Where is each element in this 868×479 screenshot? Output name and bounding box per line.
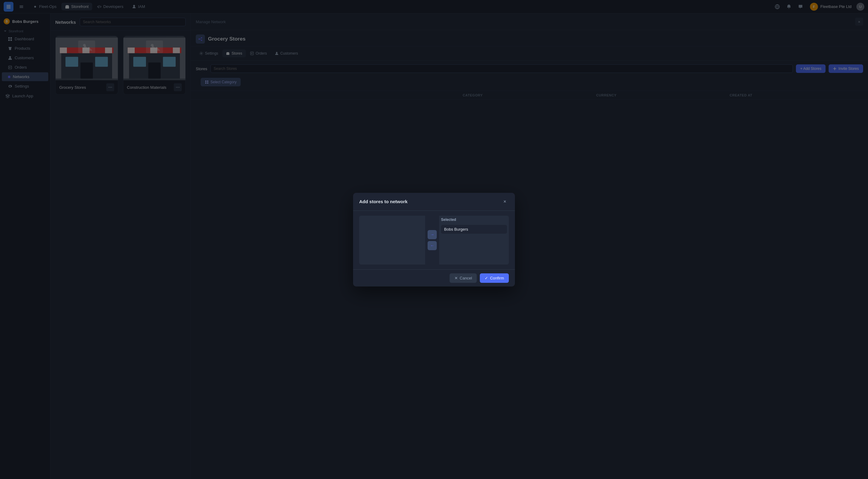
confirm-button[interactable]: ✓ Confirm <box>480 273 509 283</box>
modal-close-button[interactable]: × <box>501 198 509 206</box>
modal-body: → ← Selected Bobs Burgers <box>353 211 515 269</box>
modal-header: Add stores to network × <box>353 193 515 211</box>
transfer-controls: → ← <box>425 216 439 265</box>
selected-store-item[interactable]: Bobs Burgers <box>441 225 507 234</box>
selected-label: Selected <box>441 217 507 222</box>
transfer-right-panel: Selected Bobs Burgers <box>439 216 509 265</box>
transfer-container: → ← Selected Bobs Burgers <box>359 216 509 265</box>
transfer-left-panel <box>359 216 425 265</box>
modal-footer: ✕ Cancel ✓ Confirm <box>353 269 515 286</box>
transfer-right-arrow-button[interactable]: → <box>428 230 437 239</box>
modal-overlay: Add stores to network × → ← Selected Bob… <box>0 0 868 479</box>
transfer-left-arrow-button[interactable]: ← <box>428 241 437 250</box>
cancel-button[interactable]: ✕ Cancel <box>450 273 477 283</box>
modal-title: Add stores to network <box>359 199 407 204</box>
add-stores-modal: Add stores to network × → ← Selected Bob… <box>353 193 515 286</box>
